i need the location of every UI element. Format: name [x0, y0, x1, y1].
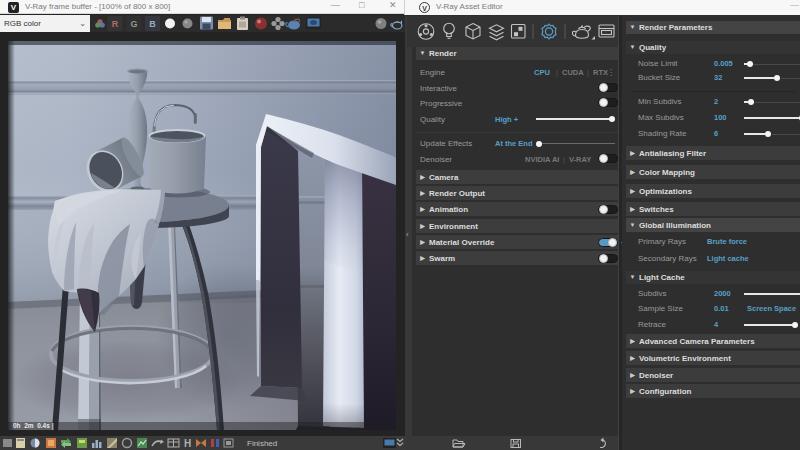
svg-text:H: H	[184, 438, 191, 449]
svg-text:G: G	[130, 19, 137, 29]
svg-text:Finished: Finished	[247, 439, 277, 448]
svg-text:B: B	[149, 19, 156, 29]
svg-text:R: R	[112, 19, 119, 29]
